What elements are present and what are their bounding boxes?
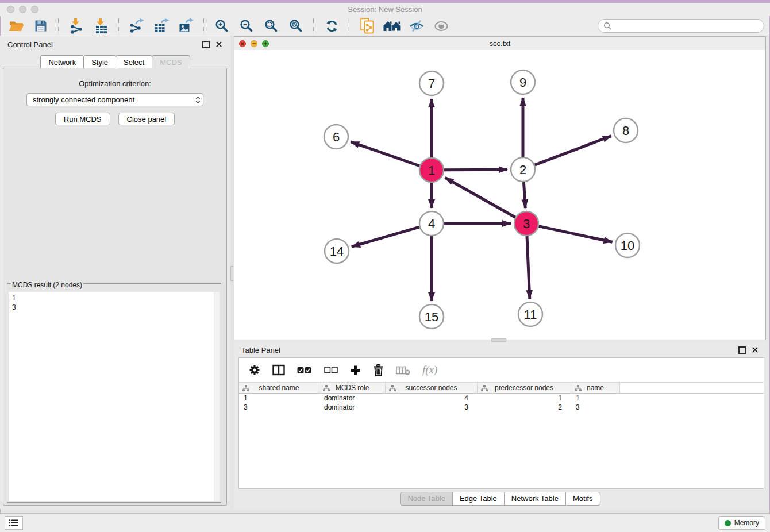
save-session-button[interactable] — [30, 17, 51, 34]
close-panel-button[interactable]: Close panel — [118, 113, 175, 125]
edge-3-11[interactable] — [527, 236, 530, 299]
table-row[interactable]: 1dominator411 — [239, 394, 764, 403]
node-label-14: 14 — [330, 244, 344, 259]
function-builder-button[interactable]: f(x) — [422, 364, 437, 376]
column-tree-icon — [481, 385, 488, 391]
close-panel-icon[interactable] — [752, 346, 759, 353]
zoom-fit-button[interactable] — [261, 17, 282, 34]
cell-successor-nodes: 3 — [386, 403, 478, 411]
tab-motifs[interactable]: Motifs — [565, 492, 600, 506]
mcds-result-fieldset: MCDS result (2 nodes) 13 — [7, 283, 221, 503]
horizontal-splitter-grip[interactable] — [491, 338, 506, 342]
criterion-select[interactable]: strongly connected component — [26, 93, 203, 106]
hide-graphics-details-button[interactable] — [406, 17, 427, 34]
edge-3-1[interactable] — [445, 178, 515, 217]
tab-style[interactable]: Style — [83, 55, 116, 68]
run-mcds-button[interactable]: Run MCDS — [55, 113, 110, 125]
network-view-window: scc.txt 7968124314101511 — [234, 36, 766, 340]
mcds-panel: Optimization criterion: strongly connect… — [3, 68, 227, 506]
column-settings-button[interactable] — [249, 364, 260, 376]
open-file-button[interactable] — [6, 17, 26, 34]
zoom-in-icon — [215, 19, 229, 33]
column-tree-icon — [389, 385, 396, 391]
tab-network[interactable]: Network — [40, 55, 84, 68]
control-panel-title: Control Panel — [7, 40, 53, 49]
node-label-8: 8 — [622, 124, 629, 138]
toolbar-separator — [203, 18, 205, 33]
float-panel-icon[interactable] — [202, 41, 210, 48]
column-tree-icon — [323, 385, 330, 391]
maximize-view-button[interactable] — [262, 40, 269, 47]
zoom-out-button[interactable] — [236, 17, 257, 34]
column-header-name[interactable]: name — [571, 383, 620, 394]
export-network-button[interactable] — [126, 17, 147, 34]
tab-edge-table[interactable]: Edge Table — [452, 492, 505, 506]
toolbar-separator — [118, 18, 120, 33]
column-label: predecessor nodes — [495, 384, 553, 392]
vertical-splitter[interactable] — [230, 36, 234, 509]
close-window-button[interactable] — [7, 6, 14, 13]
unchecked-boxes-icon — [324, 367, 338, 373]
search-box[interactable] — [598, 19, 764, 33]
result-scrollbar[interactable] — [214, 292, 220, 501]
cell-shared-name: 3 — [239, 403, 319, 411]
tab-node-table[interactable]: Node Table — [400, 492, 453, 506]
column-header-shared-name[interactable]: shared name — [239, 383, 319, 394]
memory-button[interactable]: Memory — [718, 516, 765, 530]
edge-2-8[interactable] — [535, 136, 611, 165]
tab-mcds[interactable]: MCDS — [152, 55, 190, 69]
edge-1-6[interactable] — [351, 142, 419, 166]
node-label-11: 11 — [524, 307, 537, 322]
minimize-view-button[interactable] — [251, 40, 257, 47]
cell-predecessor-nodes: 2 — [478, 403, 571, 411]
column-header-successor-nodes[interactable]: successor nodes — [386, 383, 478, 394]
column-tree-icon — [575, 385, 582, 391]
float-panel-icon[interactable] — [738, 346, 746, 354]
split-panel-button[interactable] — [272, 364, 285, 376]
close-view-button[interactable] — [239, 40, 246, 47]
column-header-mcds-role[interactable]: MCDS role — [319, 383, 386, 394]
edge-2-3[interactable] — [523, 182, 525, 208]
delete-row-button[interactable] — [373, 364, 384, 376]
checked-boxes-icon — [297, 367, 312, 374]
splitter-grip[interactable] — [230, 266, 233, 281]
network-canvas[interactable]: 7968124314101511 — [234, 50, 765, 340]
network-window-controls — [239, 40, 269, 47]
show-graphics-details-button[interactable] — [431, 17, 452, 34]
tab-select[interactable]: Select — [116, 55, 152, 68]
optimization-criterion-label: Optimization criterion: — [3, 79, 226, 88]
tab-network-table[interactable]: Network Table — [504, 492, 566, 506]
edge-1-2[interactable] — [444, 169, 507, 170]
search-input[interactable] — [615, 21, 759, 30]
edge-3-10[interactable] — [539, 226, 613, 242]
table-header-row: shared name MCDS role successor nodes pr… — [239, 382, 764, 394]
task-history-button[interactable] — [5, 516, 23, 530]
import-table-button[interactable] — [91, 17, 111, 34]
cell-name: 3 — [571, 403, 620, 411]
add-row-button[interactable] — [350, 365, 361, 376]
column-label: shared name — [259, 384, 299, 392]
export-image-button[interactable] — [176, 17, 197, 34]
zoom-window-button[interactable] — [31, 6, 38, 13]
home-layout-button[interactable] — [382, 17, 402, 34]
new-network-from-file-button[interactable] — [357, 17, 378, 34]
close-panel-icon[interactable] — [215, 41, 222, 48]
edge-4-14[interactable] — [352, 227, 419, 246]
cell-shared-name: 1 — [239, 394, 319, 402]
delete-table-button[interactable] — [396, 365, 410, 375]
node-label-10: 10 — [621, 238, 634, 253]
zoom-selected-button[interactable] — [286, 17, 306, 34]
zoom-in-button[interactable] — [211, 17, 232, 34]
table-row[interactable]: 3dominator323 — [239, 403, 764, 412]
deselect-all-button[interactable] — [324, 367, 338, 373]
apply-layout-button[interactable] — [321, 17, 342, 34]
import-network-button[interactable] — [66, 17, 87, 34]
zoom-out-icon — [240, 19, 253, 33]
memory-status-dot — [725, 520, 731, 526]
export-table-button[interactable] — [151, 17, 172, 34]
eye-slash-icon — [409, 20, 424, 32]
eye-icon — [434, 21, 448, 31]
select-all-button[interactable] — [297, 367, 312, 374]
column-header-predecessor-nodes[interactable]: predecessor nodes — [478, 383, 571, 394]
minimize-window-button[interactable] — [19, 6, 26, 13]
